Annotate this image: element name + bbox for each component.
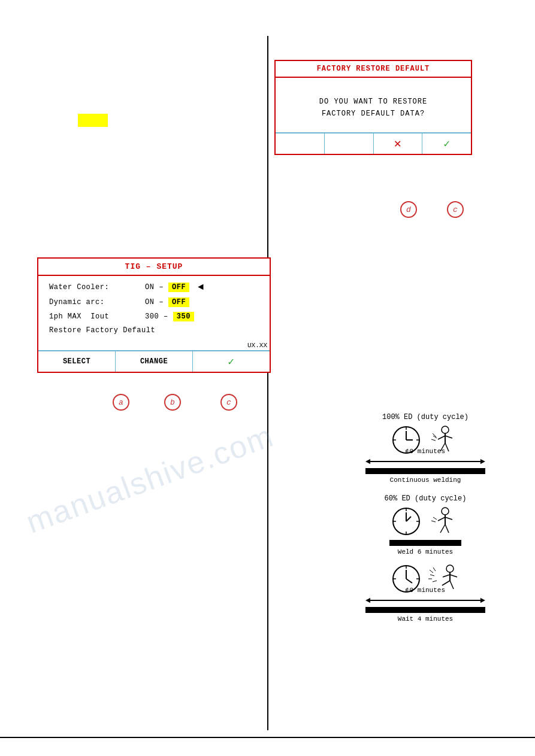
svg-line-12 <box>445 443 449 451</box>
welder-icon-60-weld <box>427 506 460 536</box>
cancel-icon: ✕ <box>394 136 401 151</box>
select-button[interactable]: SELECT <box>38 351 115 372</box>
duty-cycle-section: 100% ED (duty cycle) <box>333 413 518 633</box>
duty-60-title: 60% ED (duty cycle) <box>385 494 467 503</box>
label-c-factory: c <box>447 201 464 218</box>
factory-dialog-line1: DO YOU WANT TO RESTORE <box>288 96 459 108</box>
water-cooler-label: Water Cooler: <box>49 283 145 292</box>
label-b: b <box>164 394 181 411</box>
iout-350: 350 <box>173 312 194 321</box>
watermark-text: manualshive.com <box>22 417 279 540</box>
factory-dialog-body: DO YOU WANT TO RESTORE FACTORY DEFAULT D… <box>276 78 471 132</box>
svg-point-23 <box>442 508 449 515</box>
svg-line-41 <box>450 575 457 577</box>
dynamic-arc-on: ON <box>145 298 154 306</box>
duty-60-weld-label: Weld 6 minutes <box>398 548 453 555</box>
duty-60-icons-weld <box>391 506 460 536</box>
svg-line-18 <box>406 517 411 521</box>
iout-300: 300 <box>145 312 159 321</box>
tig-setup-header: TIG – SETUP <box>38 259 270 276</box>
svg-line-14 <box>431 439 436 441</box>
duty-60-wait-time-label: 10 minutes <box>406 587 445 594</box>
factory-dialog-footer: ✕ ✓ <box>276 132 471 154</box>
dialog-confirm-button[interactable]: ✓ <box>422 133 471 154</box>
duty-100-bar-container: 10 minutes ◄ ► <box>365 457 485 466</box>
svg-line-27 <box>440 524 445 533</box>
svg-line-26 <box>445 517 452 520</box>
iout-dash: – <box>164 312 168 321</box>
change-label: CHANGE <box>140 357 168 366</box>
duty-100-bar-label: 10 minutes <box>406 448 445 455</box>
factory-dialog-line2: FACTORY DEFAULT DATA? <box>288 108 459 120</box>
duty-60-wait-bar-container: 10 minutes ◄ ► <box>365 596 485 605</box>
duty-60-full-bar <box>365 607 485 613</box>
duty-100-arrow-row: ◄ ► <box>365 457 485 466</box>
svg-line-45 <box>430 575 434 576</box>
dialog-empty-section2 <box>325 133 373 154</box>
iout-label: 1ph MAX Iout <box>49 312 145 321</box>
dynamic-arc-label: Dynamic arc: <box>49 298 145 306</box>
change-button[interactable]: CHANGE <box>116 351 192 372</box>
dialog-empty-section <box>276 133 324 154</box>
water-cooler-row: Water Cooler: ON – OFF ◄ <box>49 282 259 293</box>
svg-line-43 <box>450 581 454 589</box>
svg-point-7 <box>442 426 449 433</box>
duty-100-diagram: 100% ED (duty cycle) <box>333 413 518 484</box>
duty-60-diagram: 60% ED (duty cycle) <box>333 494 518 623</box>
water-cooler-dash: – <box>159 283 164 292</box>
svg-line-42 <box>442 581 450 585</box>
restore-label: Restore Factory Default <box>49 326 155 335</box>
duty-100-title: 100% ED (duty cycle) <box>382 413 468 421</box>
dialog-cancel-button[interactable]: ✕ <box>374 133 422 154</box>
factory-dialog: FACTORY RESTORE DEFAULT DO YOU WANT TO R… <box>274 60 472 155</box>
water-cooler-on: ON <box>145 283 154 292</box>
svg-line-25 <box>438 517 445 521</box>
label-d: d <box>400 201 417 218</box>
svg-line-10 <box>445 436 452 438</box>
tig-version: UX.XX <box>38 342 270 349</box>
svg-line-28 <box>445 524 449 533</box>
label-c-tig: c <box>220 394 237 411</box>
duty-100-solid-bar <box>365 468 485 474</box>
iout-row: 1ph MAX Iout 300 – 350 <box>49 312 259 321</box>
dynamic-arc-dash: – <box>159 298 164 306</box>
dynamic-arc-values: ON – OFF <box>145 297 189 307</box>
svg-line-44 <box>430 570 433 573</box>
duty-60-partial-bar <box>389 540 461 546</box>
svg-point-38 <box>446 565 454 572</box>
svg-line-29 <box>433 517 437 520</box>
restore-row: Restore Factory Default <box>49 326 259 335</box>
water-cooler-values: ON – OFF ◄ <box>145 282 204 293</box>
duty-60-wait-label: Wait 4 minutes <box>398 615 453 623</box>
svg-line-33 <box>406 579 412 583</box>
tig-check-icon: ✓ <box>228 355 234 368</box>
bottom-divider <box>0 737 535 738</box>
confirm-icon: ✓ <box>443 137 450 150</box>
clock-icon-60-weld <box>391 506 421 536</box>
svg-line-30 <box>431 521 436 522</box>
duty-100-description: Continuous welding <box>390 476 461 484</box>
tig-setup-panel: TIG – SETUP Water Cooler: ON – OFF ◄ Dyn… <box>37 257 271 373</box>
factory-dialog-header: FACTORY RESTORE DEFAULT <box>276 61 471 78</box>
water-cooler-arrow: ◄ <box>198 282 204 293</box>
svg-line-40 <box>443 575 450 577</box>
select-label: SELECT <box>63 357 90 366</box>
dynamic-arc-off: OFF <box>168 297 189 307</box>
label-a: a <box>113 394 129 411</box>
iout-values: 300 – 350 <box>145 312 194 321</box>
svg-line-48 <box>433 581 437 582</box>
tig-footer: SELECT CHANGE ✓ <box>38 350 270 372</box>
watermark: manualshive.com <box>30 389 270 569</box>
dynamic-arc-row: Dynamic arc: ON – OFF <box>49 297 259 307</box>
svg-line-47 <box>433 567 436 571</box>
confirm-button-tig[interactable]: ✓ <box>193 351 270 372</box>
tig-setup-body: Water Cooler: ON – OFF ◄ Dynamic arc: ON… <box>38 276 270 342</box>
water-cooler-off: OFF <box>168 283 189 292</box>
svg-line-9 <box>438 436 445 439</box>
vertical-divider <box>267 36 268 730</box>
yellow-highlight <box>78 114 108 127</box>
